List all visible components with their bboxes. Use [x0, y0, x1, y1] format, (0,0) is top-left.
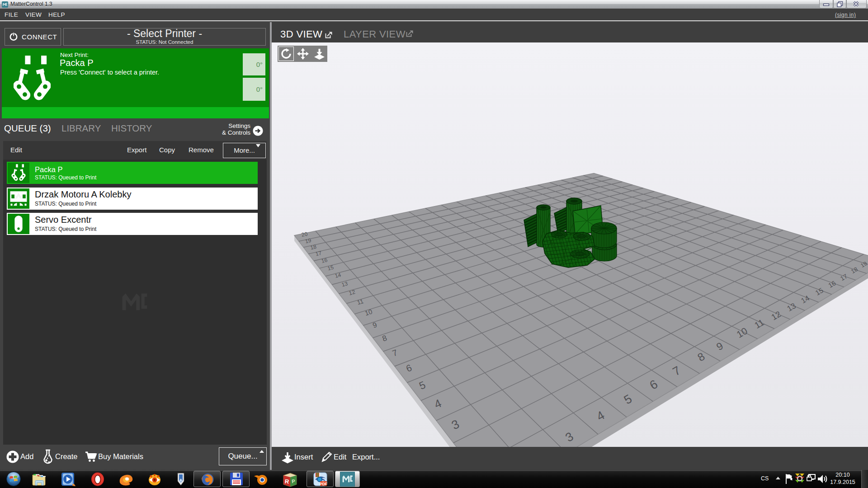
- svg-text:P: P: [292, 479, 296, 484]
- svg-text:20: 20: [301, 230, 308, 238]
- svg-text:PDF: PDF: [320, 482, 327, 486]
